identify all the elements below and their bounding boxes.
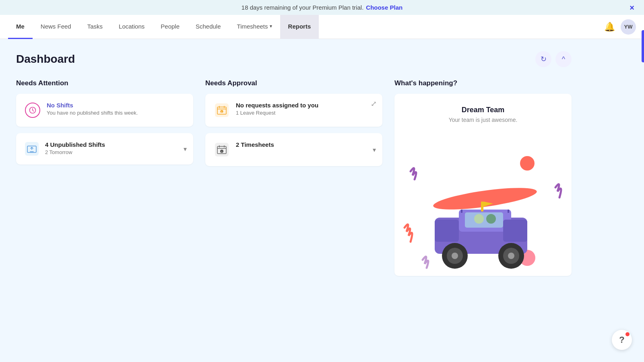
- expand-icon[interactable]: ⤢: [371, 99, 377, 108]
- question-mark-icon: ?: [619, 335, 624, 345]
- whats-happening-title: What's happening?: [394, 79, 572, 87]
- nav-item-schedule[interactable]: Schedule: [188, 15, 229, 39]
- svg-rect-17: [435, 220, 459, 242]
- dashboard-columns: Needs Attention No Shifts You have no pu…: [16, 79, 572, 276]
- nav-item-me[interactable]: Me: [8, 15, 33, 39]
- whats-happening-inner: Dream Team Your team is just awesome.: [394, 94, 572, 139]
- calendar-dark-icon: !: [213, 141, 230, 158]
- upload-icon: [24, 141, 39, 156]
- help-button[interactable]: ?: [612, 330, 632, 350]
- needs-approval-column: Needs Approval 1 No requests assigned to…: [205, 79, 382, 276]
- svg-rect-27: [481, 202, 483, 212]
- timesheets-content: 2 Timesheets: [236, 141, 374, 148]
- refresh-button[interactable]: ↻: [535, 51, 551, 67]
- svg-text:1: 1: [221, 111, 223, 113]
- whats-happening-card: Dream Team Your team is just awesome.: [394, 94, 572, 276]
- nav-item-locations[interactable]: Locations: [111, 15, 153, 39]
- navbar: Me News Feed Tasks Locations People Sche…: [0, 15, 644, 39]
- dream-team-subtitle: Your team is just awesome.: [449, 117, 518, 123]
- timesheets-card-title: 2 Timesheets: [236, 141, 374, 148]
- unpublished-shifts-chevron[interactable]: ▾: [184, 145, 187, 153]
- notifications-bell[interactable]: 🔔: [601, 19, 617, 35]
- whats-happening-column: What's happening? Dream Team Your team i…: [394, 79, 572, 276]
- svg-point-13: [432, 183, 538, 214]
- dream-team-title: Dream Team: [462, 106, 505, 114]
- banner-text: 18 days remaining of your Premium Plan t…: [242, 4, 363, 11]
- needs-approval-title: Needs Approval: [205, 79, 382, 87]
- user-avatar[interactable]: YW: [621, 19, 636, 35]
- main-content: Dashboard ↻ ^ Needs Attention: [0, 39, 588, 288]
- no-shifts-subtitle: You have no published shifts this week.: [47, 110, 185, 116]
- timesheets-chevron[interactable]: ▾: [373, 146, 376, 154]
- unpublished-shifts-card[interactable]: 4 Unpublished Shifts 2 Tomorrow ▾: [16, 133, 193, 165]
- help-notification-dot: [625, 332, 630, 336]
- no-requests-content: No requests assigned to you 1 Leave Requ…: [236, 102, 374, 116]
- dashboard-actions: ↻ ^: [535, 51, 572, 67]
- nav-item-people[interactable]: People: [153, 15, 188, 39]
- unpublished-shifts-subtitle: 2 Tomorrow: [45, 149, 185, 155]
- svg-point-29: [486, 214, 496, 224]
- choose-plan-link[interactable]: Choose Plan: [366, 4, 402, 11]
- svg-point-23: [452, 253, 458, 259]
- svg-point-30: [474, 214, 484, 224]
- page-title: Dashboard: [16, 53, 75, 66]
- clock-icon-wrapper: [24, 102, 41, 119]
- no-shifts-card: No Shifts You have no published shifts t…: [16, 94, 193, 127]
- team-illustration: [394, 139, 572, 276]
- nav-item-tasks[interactable]: Tasks: [79, 15, 111, 39]
- clock-icon: [25, 103, 40, 118]
- svg-rect-18: [503, 220, 527, 242]
- timesheets-card[interactable]: ! 2 Timesheets ▾: [205, 133, 382, 166]
- refresh-icon: ↻: [541, 55, 547, 64]
- nav-item-timesheets[interactable]: Timesheets ▾: [229, 15, 280, 39]
- needs-attention-title: Needs Attention: [16, 79, 193, 87]
- timesheets-dropdown-arrow: ▾: [270, 23, 272, 29]
- calendar-orange-icon: 1: [213, 102, 230, 119]
- needs-attention-column: Needs Attention No Shifts You have no pu…: [16, 79, 193, 276]
- svg-point-26: [508, 253, 514, 259]
- svg-rect-20: [508, 210, 509, 213]
- svg-rect-16: [465, 212, 503, 228]
- trial-banner: 18 days remaining of your Premium Plan t…: [0, 0, 644, 15]
- banner-close-button[interactable]: ×: [630, 3, 634, 12]
- no-requests-card: 1 No requests assigned to you 1 Leave Re…: [205, 94, 382, 127]
- no-shifts-content: No Shifts You have no published shifts t…: [47, 102, 185, 116]
- nav-item-reports[interactable]: Reports: [280, 15, 319, 39]
- unpublished-shifts-title: 4 Unpublished Shifts: [45, 141, 185, 148]
- no-shifts-title: No Shifts: [47, 102, 185, 109]
- bell-icon: 🔔: [604, 22, 615, 32]
- chevron-up-icon: ^: [562, 55, 565, 64]
- collapse-button[interactable]: ^: [555, 51, 572, 67]
- svg-point-11: [520, 156, 535, 171]
- nav-item-news-feed[interactable]: News Feed: [33, 15, 79, 39]
- svg-rect-19: [461, 210, 462, 213]
- unpublished-shifts-content: 4 Unpublished Shifts 2 Tomorrow: [45, 141, 185, 155]
- dashboard-header: Dashboard ↻ ^: [16, 51, 572, 67]
- leave-request-subtitle: 1 Leave Request: [236, 110, 374, 116]
- right-accent-bar: [642, 30, 644, 62]
- no-requests-title: No requests assigned to you: [236, 102, 374, 109]
